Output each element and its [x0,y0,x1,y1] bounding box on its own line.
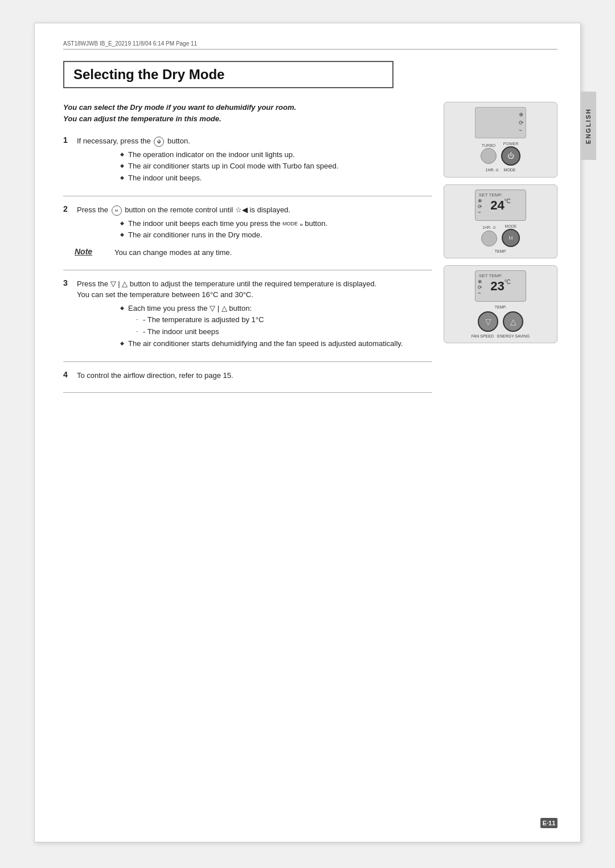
turbo-label-top: TURBO [482,143,496,147]
remote-buttons-1: TURBO POWER ⏻ [481,142,520,166]
step-2-bullet-2: The air conditioner runs in the Dry mode… [120,229,432,241]
1hr-btn-group-2: 1HR. ⊙ [481,225,497,246]
set-temp-label-3: SET TEMP. [479,273,502,278]
power-icon-inline: ⏻ [154,137,164,147]
ac-display-1: ❄ ⟳ ~ [475,107,526,138]
remote-buttons-2: 1HR. ⊙ MODE M [481,224,520,247]
step-1-number: 1 [63,135,75,145]
turbo-btn-group: TURBO [481,143,497,164]
bottom-labels-3: FAN SPEED ENERGY SAVING [472,334,530,338]
energy-saving-label: ENERGY SAVING [497,334,530,338]
step-2-number: 2 [63,204,75,213]
divider-4 [63,392,432,393]
step-1: 1 If necessary, press the ⏻ button. The … [63,135,432,184]
intro-text: You can select the Dry mode if you want … [63,102,432,124]
step-4: 4 To control the airflow direction, refe… [63,370,432,381]
header-text: AST18WJWB IB_E_20219 11/8/04 6:14 PM Pag… [63,40,197,47]
power-btn-group: POWER ⏻ [501,142,520,166]
step-1-bullet-2: The air conditioner starts up in Cool mo… [120,161,432,172]
icon-c-2: ~ [478,209,481,215]
set-temp-label-2: SET TEMP. [479,192,502,198]
step-1-result: The operation indicator on the indoor un… [75,149,432,184]
temp-label-3: TEMP. [495,305,507,309]
step-3: 3 Press the ▽ | △ button to adjust the t… [63,278,432,350]
mode-icon-ref: M [300,223,303,227]
step-3-sub-2: - The indoor unit beeps [136,326,432,338]
step-2-text: Press the M button on the remote control… [77,204,290,216]
step-4-text: To control the airflow direction, refer … [77,370,233,381]
step-2-bullet-1: The indoor unit beeps each time you pres… [120,218,432,230]
image-column: ❄ ⟳ ~ TURBO POWER ⏻ [444,102,557,401]
step-3-bullets: Each time you press the ▽ | △ button: - … [120,303,432,350]
divider-1 [63,196,432,196]
temp-value-2: 24 °C [490,198,511,213]
fan-speed-label: FAN SPEED [472,334,494,338]
1hr-button-2[interactable] [481,231,497,246]
down-btn-group: ▽ [478,311,498,332]
step-1-text: If necessary, press the ⏻ button. [77,135,190,147]
mode-button-2[interactable]: M [502,229,520,247]
step-1-bullets: The operation indicator on the indoor un… [120,149,432,184]
side-tab-label: ENGLISH [585,108,592,144]
up-button[interactable]: △ [503,311,523,332]
wave-icon-1: ~ [519,127,523,134]
divider-2 [63,270,432,270]
icon-a-2: ❄ [478,198,482,204]
deg-c-2: °C [505,198,511,204]
intro-line1: You can select the Dry mode if you want … [63,102,432,113]
remote-buttons-3: ▽ △ [478,311,523,332]
bottom-labels-1: 1HR. ⊙ MODE [486,168,516,172]
note-label: Note [75,247,109,256]
step-1-bullet-1: The operation indicator on the indoor un… [120,149,432,161]
step-3-number: 3 [63,278,75,287]
step-2-result: The indoor unit beeps each time you pres… [75,218,432,242]
snowflake-icon-1: ❄ [519,112,523,118]
step-3-sub-1: - The temperature is adjusted by 1°C [136,314,432,326]
mode-label-top-2: MODE [505,224,517,228]
mode-btn-group-2: MODE M [502,224,520,247]
page: AST18WJWB IB_E_20219 11/8/04 6:14 PM Pag… [34,23,581,842]
intro-line2: You can adjust the temperature in this m… [63,113,432,125]
mode-text-ref: MODE [282,221,298,227]
temp-value-3: 23 °C [490,279,511,294]
step-3-text: Press the ▽ | △ button to adjust the tem… [77,278,376,301]
1hr-label-1: 1HR. ⊙ [486,168,499,172]
power-button[interactable]: ⏻ [501,146,520,166]
ac-icons-1: ❄ ⟳ ~ [519,112,523,134]
icon-b-2: ⟳ [478,204,482,209]
step-2: 2 Press the M button on the remote contr… [63,204,432,258]
power-label-top: POWER [503,142,518,146]
remote-display-2: SET TEMP. 24 °C ❄ ⟳ ~ [475,190,526,221]
side-tab: ENGLISH [580,92,596,160]
deg-c-3: °C [505,279,511,285]
content-area: You can select the Dry mode if you want … [63,102,557,401]
temp-number-3: 23 [490,279,504,294]
icons-display-3: ❄ ⟳ ~ [478,279,482,296]
remote-panel-2: SET TEMP. 24 °C ❄ ⟳ ~ 1HR. ⊙ [444,184,557,258]
header-bar: AST18WJWB IB_E_20219 11/8/04 6:14 PM Pag… [63,40,557,50]
title-box: Selecting the Dry Mode [63,61,393,88]
page-number-text: E·11 [543,820,556,826]
1hr-label-top-2: 1HR. ⊙ [482,225,496,230]
page-title: Selecting the Dry Mode [73,67,383,83]
mode-icon-inline: M [112,205,122,216]
step-2-bullets: The indoor unit beeps each time you pres… [120,218,432,242]
fan-icon-1: ⟳ [519,120,523,126]
step-3-sub-bullets: - The temperature is adjusted by 1°C - T… [136,314,432,338]
remote-display-3: SET TEMP. 23 °C ❄ ⟳ ~ [475,270,526,302]
divider-3 [63,361,432,362]
page-number: E·11 [540,818,557,828]
step-4-number: 4 [63,370,75,379]
remote-panel-3: SET TEMP. 23 °C ❄ ⟳ ~ TEMP. ▽ [444,265,557,343]
temp-number-2: 24 [490,198,504,213]
icon-a-3: ❄ [478,279,482,285]
icons-display-2: ❄ ⟳ ~ [478,198,482,215]
down-button[interactable]: ▽ [478,311,498,332]
turbo-button[interactable] [481,148,497,164]
text-column: You can select the Dry mode if you want … [63,102,432,401]
temp-bottom-label-2: TEMP. [495,249,507,253]
icon-c-3: ~ [478,290,481,296]
remote-panel-1: ❄ ⟳ ~ TURBO POWER ⏻ [444,102,557,178]
note-row: Note You can change modes at any time. [75,247,432,258]
note-text: You can change modes at any time. [114,247,232,258]
